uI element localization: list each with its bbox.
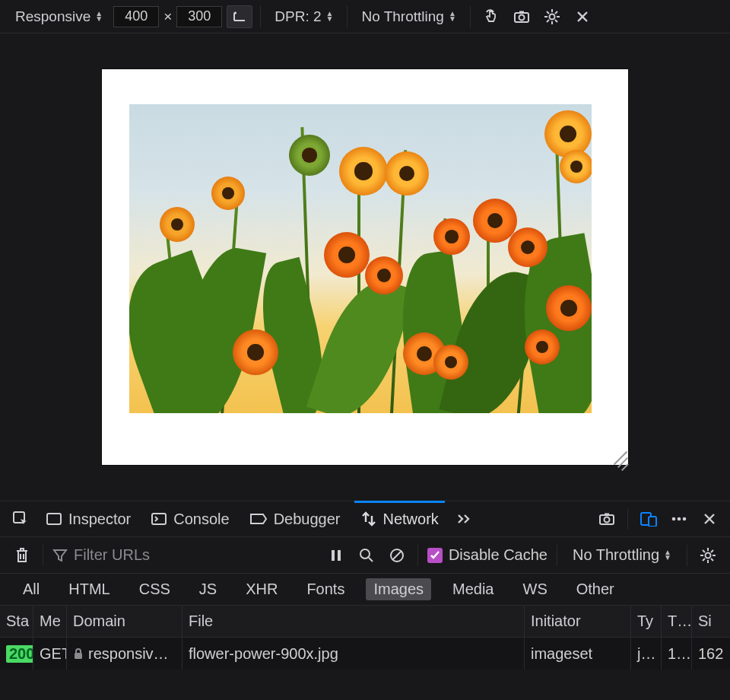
filter-html[interactable]: HTML <box>61 578 117 600</box>
viewport-area <box>0 33 730 501</box>
screenshot-button[interactable] <box>509 5 535 28</box>
filter-images[interactable]: Images <box>366 578 431 600</box>
block-button[interactable] <box>386 544 408 567</box>
camera-icon <box>513 10 530 24</box>
responsive-mode-button[interactable] <box>637 508 660 530</box>
height-input[interactable] <box>176 6 222 27</box>
svg-line-9 <box>555 20 557 22</box>
col-size[interactable]: Si <box>692 606 730 637</box>
pause-button[interactable] <box>325 544 348 567</box>
x-separator: × <box>163 8 172 25</box>
cell-size: 162 <box>692 638 730 670</box>
search-button[interactable] <box>355 544 378 567</box>
col-status[interactable]: Sta <box>0 606 33 637</box>
chevrons-right-icon <box>456 513 471 525</box>
pick-element-button[interactable] <box>9 508 32 530</box>
cell-transferred: 1… <box>662 638 692 670</box>
svg-point-3 <box>549 14 554 19</box>
dpr-label: DPR: 2 <box>275 8 321 25</box>
filter-other[interactable]: Other <box>569 578 622 600</box>
dpr-select[interactable]: DPR: 2 ▲▼ <box>268 8 339 25</box>
col-method[interactable]: Me <box>33 606 67 637</box>
col-type[interactable]: Ty <box>631 606 662 637</box>
disable-cache-toggle[interactable]: Disable Cache <box>427 546 548 564</box>
filter-input[interactable] <box>74 546 271 564</box>
svg-line-34 <box>703 550 705 552</box>
cell-domain-text: responsiv… <box>88 645 169 663</box>
devtools-tabstrip: Inspector Console Debugger Network <box>0 501 730 537</box>
close-rdm-button[interactable] <box>570 5 595 28</box>
svg-point-20 <box>672 517 676 521</box>
col-initiator[interactable]: Initiator <box>525 606 631 637</box>
svg-point-16 <box>605 517 610 523</box>
network-icon <box>360 511 377 527</box>
filter-js[interactable]: JS <box>192 578 224 600</box>
settings-button[interactable] <box>539 5 565 28</box>
net-throttling-select[interactable]: No Throttling ▲▼ <box>567 546 678 564</box>
cell-initiator: imageset <box>525 638 631 670</box>
col-domain[interactable]: Domain <box>67 606 182 637</box>
network-table-header: Sta Me Domain File Initiator Ty T… Si <box>0 606 730 638</box>
separator <box>260 5 261 28</box>
svg-rect-17 <box>605 514 609 516</box>
resize-grip[interactable] <box>610 447 627 463</box>
tab-network[interactable]: Network <box>354 501 445 536</box>
separator <box>347 5 348 28</box>
col-file[interactable]: File <box>182 606 525 637</box>
filter-all[interactable]: All <box>15 578 47 600</box>
chevron-updown-icon: ▲▼ <box>449 11 456 22</box>
status-badge: 200 <box>6 645 33 663</box>
svg-rect-24 <box>338 550 341 561</box>
tab-console[interactable]: Console <box>144 501 235 536</box>
separator <box>627 508 628 530</box>
cell-file: flower-power-900x.jpg <box>182 638 525 670</box>
filter-group <box>52 546 317 564</box>
tab-debugger[interactable]: Debugger <box>243 501 347 536</box>
network-type-filters: All HTML CSS JS XHR Fonts Images Media W… <box>0 574 730 606</box>
cell-method: GET <box>33 638 67 670</box>
separator <box>557 545 557 566</box>
table-row[interactable]: 200 GET responsiv… flower-power-900x.jpg… <box>0 638 730 670</box>
svg-line-11 <box>555 11 557 14</box>
meatball-menu-button[interactable] <box>668 508 690 530</box>
gear-icon <box>700 547 716 564</box>
svg-rect-38 <box>75 653 82 659</box>
lock-icon <box>73 648 84 660</box>
close-devtools-button[interactable] <box>698 508 721 530</box>
svg-line-37 <box>711 550 713 552</box>
inspect-cursor-icon <box>12 511 29 527</box>
svg-point-25 <box>360 549 370 558</box>
clear-button[interactable] <box>11 544 33 567</box>
cell-domain: responsiv… <box>67 638 182 670</box>
rotate-button[interactable] <box>227 5 252 28</box>
touch-simulation-button[interactable] <box>478 5 504 28</box>
separator <box>43 545 43 566</box>
svg-rect-14 <box>152 514 166 524</box>
responsive-toolbar: Responsive ▲▼ × DPR: 2 ▲▼ No Throttling … <box>0 0 730 33</box>
chevron-updown-icon: ▲▼ <box>664 550 671 561</box>
responsive-mode-icon <box>640 511 657 527</box>
width-input[interactable] <box>113 6 159 27</box>
tab-inspector[interactable]: Inspector <box>40 501 137 536</box>
svg-line-36 <box>703 558 705 561</box>
search-icon <box>359 548 374 563</box>
col-transferred[interactable]: T… <box>662 606 692 637</box>
device-select[interactable]: Responsive ▲▼ <box>9 8 109 25</box>
screenshot-dt-button[interactable] <box>595 508 618 530</box>
trash-icon <box>14 547 30 564</box>
filter-xhr[interactable]: XHR <box>238 578 285 600</box>
svg-line-8 <box>547 11 549 14</box>
filter-media[interactable]: Media <box>445 578 501 600</box>
device-frame[interactable] <box>102 69 628 465</box>
throttling-select[interactable]: No Throttling ▲▼ <box>355 8 462 25</box>
svg-rect-13 <box>47 514 61 524</box>
filter-css[interactable]: CSS <box>132 578 178 600</box>
filter-fonts[interactable]: Fonts <box>299 578 352 600</box>
filter-ws[interactable]: WS <box>516 578 555 600</box>
more-tabs-button[interactable] <box>452 508 475 530</box>
svg-rect-19 <box>649 517 656 527</box>
net-settings-button[interactable] <box>697 544 719 567</box>
svg-point-29 <box>706 552 711 558</box>
funnel-icon <box>52 549 68 562</box>
gear-icon <box>544 8 560 25</box>
